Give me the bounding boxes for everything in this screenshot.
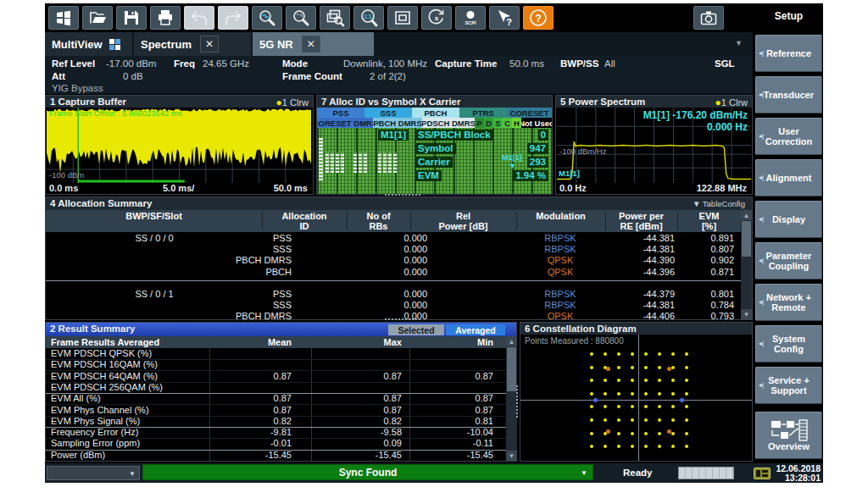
result-row[interactable]: Frequency Error (Hz)-9.81-9.58-10.04 <box>46 427 506 439</box>
column-header[interactable]: Allocation ID <box>262 211 347 231</box>
softkey-alignment[interactable]: ◂|Alignment <box>755 159 822 196</box>
spectrum-marker-name[interactable]: M1[1] <box>559 169 580 178</box>
tab-close-icon[interactable]: ✕ <box>200 36 219 53</box>
zoom-1to1-button[interactable]: 1:1 <box>353 6 384 30</box>
allocation-row[interactable]: SS / 0 / 1PSS0.000RBPSK-44.3790.801 <box>46 289 729 300</box>
svg-text:?: ? <box>506 17 512 27</box>
display-frame-button[interactable] <box>387 6 418 30</box>
result-value: -15.45 <box>409 450 493 460</box>
result-label: EVM All (%) <box>51 393 101 403</box>
save-icon <box>121 8 142 28</box>
column-header[interactable]: Rel Power [dB] <box>410 211 516 231</box>
result-row[interactable]: Power (dBm)-15.45-15.45-15.45 <box>46 450 506 461</box>
result-value: 0.87 <box>409 405 493 415</box>
column-header[interactable]: EVM [%] <box>677 211 741 231</box>
bwp-ss-value[interactable]: All <box>604 58 615 69</box>
scroll-up-icon[interactable]: ▲ <box>741 210 752 220</box>
scpi-recorder-button[interactable]: SCPI <box>455 6 486 30</box>
allocation-row[interactable]: SSS0.000RBPSK-44.3810.807 <box>46 244 729 255</box>
allocation-row[interactable]: PBCH DMRS0.000QPSK-44.3900.902 <box>46 255 729 266</box>
allocation-row[interactable]: SSS0.000RBPSK-44.3810.784 <box>46 300 729 311</box>
screenshot-camera-icon[interactable] <box>693 6 724 30</box>
splitter-gripper-vertical[interactable] <box>515 385 520 418</box>
allocation-row[interactable]: SS / 0 / 0PSS0.000RBPSK-44.3810.891 <box>46 233 729 244</box>
constellation-point <box>685 392 688 396</box>
zoom-signal-button[interactable] <box>252 6 282 30</box>
result-row[interactable]: EVM PDSCH QPSK (%) <box>46 348 506 360</box>
selected-toggle[interactable]: Selected <box>388 324 444 335</box>
tab-5g-nr[interactable]: 5G NR✕ <box>253 32 374 56</box>
result-row[interactable]: EVM Phys Signal (%)0.820.820.81 <box>46 416 506 428</box>
softkey-parameter-coupling[interactable]: ◂|Parameter Coupling <box>755 242 822 279</box>
softkey-reference[interactable]: ◂|Reference <box>755 35 822 72</box>
tabbar-dropdown-icon[interactable]: ▼ <box>735 39 743 47</box>
result-row[interactable]: EVM Phys Channel (%)0.870.870.87 <box>46 405 506 417</box>
column-header[interactable]: Modulation <box>516 211 605 221</box>
capture-time-value[interactable]: 50.0 ms <box>509 58 544 69</box>
softkey-transducer[interactable]: ◂|Transducer <box>755 76 822 113</box>
constellation-point <box>617 379 620 382</box>
column-header[interactable]: BWP/SF/Slot <box>46 211 262 221</box>
scroll-up-icon[interactable]: ▲ <box>506 336 517 346</box>
sequencer-button[interactable]: s <box>421 6 452 30</box>
zoom-selection-button[interactable] <box>286 6 316 30</box>
power-spectrum-title: 5 Power Spectrum ●1 Clrw <box>556 96 752 108</box>
status-dropdown[interactable]: ▼ <box>47 466 140 480</box>
softkey-system-config[interactable]: ◂|System Config <box>755 325 822 362</box>
scrollbar-thumb[interactable] <box>742 221 751 257</box>
tab-multiview[interactable]: MultiView <box>45 32 132 56</box>
open-file-button[interactable] <box>82 6 113 30</box>
softkey-service-support[interactable]: ◂|Service + Support <box>755 367 822 404</box>
help-button[interactable]: ? <box>523 6 554 30</box>
tab-close-icon[interactable]: ✕ <box>302 36 320 53</box>
allocation-row[interactable]: PBCH0.000QPSK-44.3960.871 <box>46 267 729 278</box>
constellation-point <box>631 392 634 396</box>
splitter-gripper-horizontal[interactable] <box>384 193 421 197</box>
ss-pbch-block <box>364 152 367 173</box>
result-value: -9.81 <box>207 427 292 437</box>
result-row[interactable]: EVM PDSCH 16QAM (%) <box>46 359 506 371</box>
softkey-user-correction[interactable]: ◂|User Correction <box>755 118 822 155</box>
column-header[interactable]: Min <box>409 337 493 347</box>
ref-level-value[interactable]: -17.00 dBm <box>106 58 156 69</box>
column-header[interactable]: Frame Results Averaged <box>51 337 159 347</box>
result-row[interactable]: EVM PDSCH 64QAM (%)0.870.870.87 <box>46 371 506 383</box>
column-header[interactable]: Max <box>317 337 402 347</box>
legend-pdsch-letter-h: H <box>512 118 521 128</box>
alloc-marker-name: M1[1] <box>378 130 409 141</box>
windows-button[interactable] <box>48 6 79 30</box>
att-value[interactable]: 0 dB <box>123 71 143 81</box>
softkey-overview[interactable]: Overview <box>755 412 822 459</box>
context-help-button[interactable]: ? <box>489 6 520 30</box>
constellation-point-pilot <box>593 398 597 401</box>
tab-spectrum[interactable]: Spectrum✕ <box>134 32 251 56</box>
keyboard-icon[interactable] <box>754 468 771 479</box>
result-row[interactable]: Sampling Error (ppm)-0.010.09-0.11 <box>46 438 506 450</box>
multi-window-zoom-button[interactable] <box>320 6 350 30</box>
save-button[interactable] <box>116 6 147 30</box>
averaged-toggle[interactable]: Averaged <box>446 324 505 335</box>
column-header[interactable]: No of RBs <box>347 211 410 231</box>
scroll-down-icon[interactable]: ▼ <box>741 309 752 319</box>
constellation-point <box>604 352 607 356</box>
result-row[interactable]: EVM PDSCH 256QAM (%) <box>46 382 506 394</box>
mode-value[interactable]: Downlink, 100 MHz <box>343 58 427 69</box>
softkey-network-remote[interactable]: ◂|Network + Remote <box>755 284 822 321</box>
sync-dropdown-icon[interactable]: ▼ <box>581 469 587 477</box>
splitter-gripper-horizontal[interactable] <box>384 318 421 322</box>
cell-value: 0.902 <box>632 255 734 265</box>
softkey-display[interactable]: ◂|Display <box>755 201 822 238</box>
column-divider <box>262 212 263 230</box>
freq-value[interactable]: 24.65 GHz <box>203 58 249 69</box>
column-header[interactable]: Mean <box>207 337 292 347</box>
constellation-point <box>671 405 675 408</box>
alloc-id-panel: 7 Alloc ID vs Symbol X Carrier PSSSSSPBC… <box>316 95 553 195</box>
print-button[interactable] <box>150 6 181 30</box>
alloc-marker-glyph[interactable]: M1[1]▼ <box>502 153 522 170</box>
table-config-button[interactable]: ▼ TableConfig <box>693 199 745 208</box>
column-header[interactable]: Power per RE [dBm] <box>605 211 677 231</box>
scroll-down-icon[interactable]: ▼ <box>506 451 517 461</box>
allocation-summary-scrollbar[interactable]: ▲ ▼ <box>741 210 752 319</box>
result-row[interactable]: EVM All (%)0.870.870.87 <box>46 393 506 405</box>
capture-x-end: 50.0 ms <box>274 183 308 193</box>
